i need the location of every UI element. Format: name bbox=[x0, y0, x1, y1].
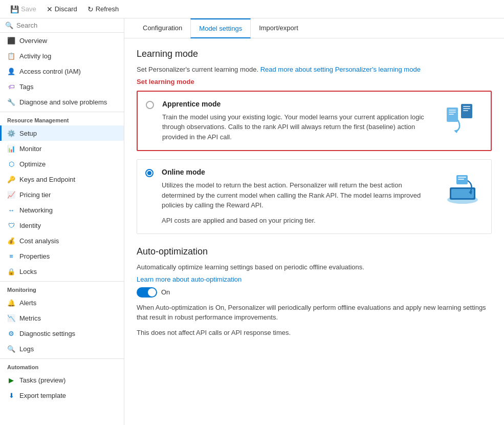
overview-icon: ⬛ bbox=[7, 36, 15, 45]
sidebar-item-export[interactable]: ⬇ Export template bbox=[0, 388, 124, 403]
diagnose-icon: 🔧 bbox=[7, 98, 15, 106]
tags-icon: 🏷 bbox=[7, 82, 15, 91]
auto-opt-toggle-row: On bbox=[137, 287, 492, 298]
svg-rect-1 bbox=[449, 110, 456, 111]
content-area: Configuration Model settings Import/expo… bbox=[124, 18, 504, 425]
section-resource-management: Resource Management bbox=[0, 112, 124, 125]
discard-icon: ✕ bbox=[47, 5, 53, 13]
sidebar-item-locks[interactable]: 🔒 Locks bbox=[0, 264, 124, 279]
apprentice-svg bbox=[442, 100, 483, 141]
learning-mode-desc: Set Personalizer's current learning mode… bbox=[137, 65, 492, 75]
metrics-icon: 📉 bbox=[7, 314, 15, 322]
alerts-icon: 🔔 bbox=[7, 299, 15, 307]
sidebar-item-cost[interactable]: 💰 Cost analysis bbox=[0, 233, 124, 248]
online-svg bbox=[442, 168, 483, 209]
sidebar-item-pricing[interactable]: 📈 Pricing tier bbox=[0, 187, 124, 202]
svg-rect-6 bbox=[463, 108, 470, 109]
tasks-icon: ▶ bbox=[7, 376, 15, 384]
sidebar-item-tags[interactable]: 🏷 Tags bbox=[0, 79, 124, 94]
sidebar-item-tasks[interactable]: ▶ Tasks (preview) bbox=[0, 372, 124, 388]
sidebar-item-monitor[interactable]: 📊 Monitor bbox=[0, 141, 124, 156]
online-mode-desc2: API costs are applied and based on your … bbox=[162, 216, 434, 226]
sidebar-item-setup[interactable]: ⚙️ Setup bbox=[0, 125, 124, 141]
svg-rect-2 bbox=[449, 112, 456, 113]
apprentice-mode-desc: Train the model using your existing logi… bbox=[162, 112, 433, 142]
apprentice-radio[interactable] bbox=[146, 100, 154, 109]
sidebar-item-identity[interactable]: 🛡 Identity bbox=[0, 218, 124, 233]
learning-mode-link[interactable]: Read more about setting Personalizer's l… bbox=[260, 66, 421, 73]
content-body: Learning mode Set Personalizer's current… bbox=[124, 38, 504, 351]
search-box: 🔍 bbox=[0, 18, 124, 33]
access-control-icon: 👤 bbox=[7, 67, 15, 75]
keys-icon: 🔑 bbox=[7, 175, 15, 183]
online-mode-title: Online mode bbox=[162, 168, 434, 176]
search-input[interactable] bbox=[16, 22, 119, 29]
sidebar-item-diagnose[interactable]: 🔧 Diagnose and solve problems bbox=[0, 94, 124, 110]
online-radio-circle[interactable] bbox=[145, 169, 154, 177]
sidebar-item-properties[interactable]: ≡ Properties bbox=[0, 248, 124, 264]
apprentice-radio-circle[interactable] bbox=[146, 101, 154, 109]
discard-button[interactable]: ✕ Discard bbox=[42, 3, 81, 15]
sidebar-item-optimize[interactable]: ⬡ Optimize bbox=[0, 156, 124, 172]
activity-log-icon: 📋 bbox=[7, 52, 15, 60]
sidebar-item-diagnostic-settings[interactable]: ⚙ Diagnostic settings bbox=[0, 326, 124, 341]
apprentice-mode-info: Apprentice mode Train the model using yo… bbox=[162, 100, 433, 142]
export-icon: ⬇ bbox=[7, 391, 15, 399]
set-learning-mode-label: Set learning mode bbox=[137, 78, 492, 86]
apprentice-illustration bbox=[442, 100, 483, 141]
auto-opt-link[interactable]: Learn more about auto-optimization bbox=[137, 275, 242, 283]
search-icon: 🔍 bbox=[5, 22, 13, 29]
online-radio[interactable] bbox=[145, 168, 154, 177]
locks-icon: 🔒 bbox=[7, 267, 15, 275]
auto-opt-toggle[interactable] bbox=[137, 287, 157, 298]
refresh-icon: ↻ bbox=[87, 5, 94, 13]
properties-icon: ≡ bbox=[7, 252, 15, 260]
sidebar-item-access-control[interactable]: 👤 Access control (IAM) bbox=[0, 63, 124, 79]
refresh-button[interactable]: ↻ Refresh bbox=[83, 3, 123, 15]
tab-import-export[interactable]: Import/export bbox=[251, 18, 306, 38]
sidebar-item-overview[interactable]: ⬛ Overview bbox=[0, 33, 124, 48]
sidebar-item-logs[interactable]: 🔍 Logs bbox=[0, 341, 124, 356]
save-icon: 💾 bbox=[10, 5, 19, 13]
monitor-icon: 📊 bbox=[7, 144, 15, 153]
sidebar-item-keys[interactable]: 🔑 Keys and Endpoint bbox=[0, 172, 124, 187]
auto-optimization-title: Auto-optimization bbox=[137, 246, 492, 257]
cost-icon: 💰 bbox=[7, 237, 15, 245]
online-mode-info: Online mode Utilizes the model to return… bbox=[162, 168, 434, 225]
sidebar-item-metrics[interactable]: 📉 Metrics bbox=[0, 310, 124, 326]
diagnostic-settings-icon: ⚙ bbox=[7, 329, 15, 337]
optimize-icon: ⬡ bbox=[7, 160, 15, 168]
apprentice-mode-card[interactable]: Apprentice mode Train the model using yo… bbox=[137, 91, 492, 152]
svg-rect-7 bbox=[463, 110, 468, 111]
auto-opt-info2: This does not affect API calls or API re… bbox=[137, 328, 492, 338]
setup-icon: ⚙️ bbox=[7, 129, 15, 137]
online-mode-desc1: Utilizes the model to return the best ac… bbox=[162, 180, 434, 210]
auto-opt-desc: Automatically optimize learning settings… bbox=[137, 262, 492, 272]
identity-icon: 🛡 bbox=[7, 221, 15, 229]
tab-model-settings[interactable]: Model settings bbox=[190, 18, 251, 38]
toolbar: 💾 Save ✕ Discard ↻ Refresh bbox=[0, 0, 504, 18]
apprentice-mode-title: Apprentice mode bbox=[162, 100, 433, 108]
tab-configuration[interactable]: Configuration bbox=[135, 18, 190, 38]
learning-mode-title: Learning mode bbox=[137, 49, 492, 59]
tabs-bar: Configuration Model settings Import/expo… bbox=[124, 18, 504, 38]
sidebar-item-alerts[interactable]: 🔔 Alerts bbox=[0, 295, 124, 310]
svg-rect-3 bbox=[449, 114, 454, 115]
section-monitoring: Monitoring bbox=[0, 281, 124, 295]
logs-icon: 🔍 bbox=[7, 345, 15, 353]
sidebar-item-activity-log[interactable]: 📋 Activity log bbox=[0, 48, 124, 63]
auto-opt-toggle-label: On bbox=[161, 288, 170, 296]
online-mode-card[interactable]: Online mode Utilizes the model to return… bbox=[137, 159, 492, 234]
svg-rect-5 bbox=[463, 106, 470, 107]
svg-rect-14 bbox=[458, 177, 466, 178]
save-button[interactable]: 💾 Save bbox=[6, 3, 40, 15]
auto-opt-info1: When Auto-optimization is On, Personaliz… bbox=[137, 303, 492, 323]
section-automation: Automation bbox=[0, 358, 124, 372]
svg-rect-15 bbox=[458, 179, 464, 180]
pricing-icon: 📈 bbox=[7, 190, 15, 199]
online-illustration bbox=[442, 168, 483, 209]
networking-icon: ↔ bbox=[7, 206, 15, 214]
svg-marker-8 bbox=[454, 130, 458, 133]
sidebar: 🔍 ⬛ Overview 📋 Activity log 👤 Access con… bbox=[0, 18, 124, 425]
sidebar-item-networking[interactable]: ↔ Networking bbox=[0, 202, 124, 218]
